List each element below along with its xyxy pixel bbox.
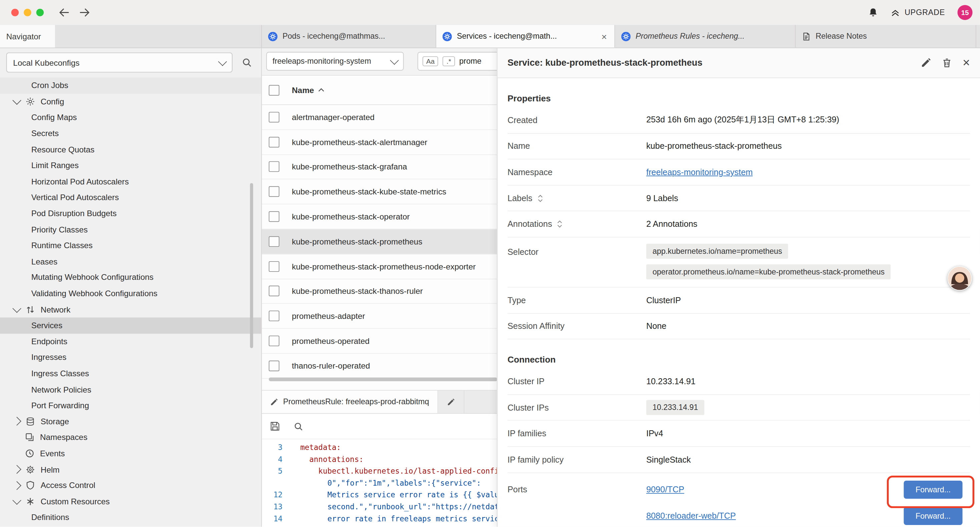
edit-pencil-icon — [447, 398, 455, 406]
title-bar: UPGRADE 15 — [0, 0, 980, 25]
sidebar-item-services[interactable]: Services — [0, 318, 261, 334]
service-name: alertmanager-operated — [292, 112, 375, 122]
sidebar-item-endpoints[interactable]: Endpoints — [0, 334, 261, 350]
sidebar-item-pod-disruption-budgets[interactable]: Pod Disruption Budgets — [0, 205, 261, 221]
type-row: Type ClusterIP — [508, 288, 970, 314]
chevron-down-icon — [12, 96, 21, 105]
namespace-link[interactable]: freeleaps-monitoring-system — [646, 167, 752, 177]
sidebar-item-mutating-webhook-configurations[interactable]: Mutating Webhook Configurations — [0, 269, 261, 285]
expand-toggle-icon[interactable] — [538, 194, 543, 202]
save-icon[interactable] — [270, 421, 280, 431]
navigator-panel-tab[interactable]: Navigator — [0, 25, 55, 47]
selector-badge[interactable]: operator.prometheus.io/name=kube-prometh… — [646, 264, 891, 280]
notifications-bell-icon[interactable] — [868, 7, 878, 18]
sidebar-item-storage[interactable]: Storage — [0, 413, 261, 429]
forward-button[interactable]: Forward... — [904, 481, 963, 498]
row-checkbox[interactable] — [269, 161, 280, 172]
close-tab-icon[interactable]: × — [600, 32, 608, 41]
kubeconfig-selector[interactable]: Local Kubeconfigs — [6, 53, 232, 72]
row-checkbox[interactable] — [269, 286, 280, 296]
sidebar-item-custom-resources[interactable]: Custom Resources — [0, 493, 261, 509]
forward-button[interactable]: Forward... — [904, 507, 963, 525]
sidebar-item-config[interactable]: Config — [0, 93, 261, 110]
row-checkbox[interactable] — [269, 137, 280, 147]
navigator-tree: Cron Jobs Config Config Maps Secrets Res… — [0, 77, 261, 527]
back-icon[interactable] — [59, 8, 69, 17]
sidebar-item-network[interactable]: Network — [0, 301, 261, 318]
sidebar-item-definitions[interactable]: Definitions — [0, 509, 261, 525]
upgrade-button[interactable]: UPGRADE — [891, 8, 945, 17]
editor-search-icon[interactable] — [294, 422, 303, 431]
sidebar-item-vertical-pod-autoscalers[interactable]: Vertical Pod Autoscalers — [0, 189, 261, 205]
horizontal-scrollbar[interactable] — [269, 377, 498, 381]
dock-tab-partial[interactable] — [438, 390, 465, 413]
row-checkbox[interactable] — [269, 211, 280, 222]
sidebar-search-icon[interactable] — [239, 54, 255, 71]
regex-toggle[interactable]: .* — [442, 56, 455, 66]
app-window: UPGRADE 15 Navigator Pods - icecheng@mat… — [0, 0, 980, 527]
sidebar-item-cron-jobs[interactable]: Cron Jobs — [0, 77, 261, 93]
tab-prometheus-rules[interactable]: Prometheus Rules - icecheng... — [615, 25, 795, 47]
close-drawer-icon[interactable]: × — [963, 56, 970, 69]
sidebar-item-events[interactable]: Events — [0, 445, 261, 461]
sidebar-item-limit-ranges[interactable]: Limit Ranges — [0, 158, 261, 174]
code-line: metadata: — [291, 442, 341, 454]
sidebar-item-validating-webhook-configurations[interactable]: Validating Webhook Configurations — [0, 285, 261, 301]
tab-argo[interactable]: Argo S — [976, 25, 980, 47]
sidebar-item-access-control[interactable]: Access Control — [0, 477, 261, 493]
select-all-checkbox[interactable] — [269, 85, 280, 96]
close-window-button[interactable] — [11, 9, 19, 16]
row-checkbox[interactable] — [269, 112, 280, 123]
edit-pencil-icon — [270, 398, 278, 406]
minimize-window-button[interactable] — [24, 9, 31, 16]
port-link-8080-reloader-web[interactable]: 8080:reloader-web/TCP — [646, 511, 736, 521]
ip-families-row: IP families IPv4 — [508, 421, 970, 447]
sidebar-item-leases[interactable]: Leases — [0, 253, 261, 269]
edit-pencil-icon[interactable] — [921, 57, 932, 68]
row-checkbox[interactable] — [269, 261, 280, 272]
code-line: Metrics service error rate is {{ $value — [291, 489, 503, 502]
service-name: kube-prometheus-stack-prometheus-node-ex… — [292, 261, 476, 271]
namespaces-icon — [25, 433, 34, 442]
name-column-header[interactable]: Name — [292, 85, 325, 95]
maximize-window-button[interactable] — [37, 9, 44, 16]
storage-database-icon — [26, 417, 35, 426]
navigator-sidebar: Local Kubeconfigs Cron Jobs Config Confi… — [0, 47, 262, 527]
sidebar-item-ingresses[interactable]: Ingresses — [0, 350, 261, 366]
sidebar-item-resource-quotas[interactable]: Resource Quotas — [0, 142, 261, 158]
tab-release-notes[interactable]: Release Notes — [795, 25, 976, 47]
sidebar-item-helm[interactable]: Helm — [0, 461, 261, 477]
tab-pods[interactable]: Pods - icecheng@mathmas... — [262, 25, 436, 47]
sidebar-item-network-policies[interactable]: Network Policies — [0, 381, 261, 397]
sidebar-item-port-forwarding[interactable]: Port Forwarding — [0, 397, 261, 413]
selector-badge[interactable]: app.kubernetes.io/name=prometheus — [646, 244, 788, 259]
cluster-ip-badge[interactable]: 10.233.14.91 — [646, 400, 704, 415]
delete-trash-icon[interactable] — [942, 57, 952, 68]
sidebar-item-priority-classes[interactable]: Priority Classes — [0, 221, 261, 237]
row-checkbox[interactable] — [269, 236, 280, 247]
row-checkbox[interactable] — [269, 186, 280, 197]
sidebar-item-secrets[interactable]: Secrets — [0, 126, 261, 142]
sidebar-item-runtime-classes[interactable]: Runtime Classes — [0, 237, 261, 253]
sidebar-item-config-maps[interactable]: Config Maps — [0, 110, 261, 126]
tab-services-active[interactable]: Services - icecheng@math... × — [436, 25, 615, 47]
sidebar-item-ingress-classes[interactable]: Ingress Classes — [0, 366, 261, 382]
notification-count-badge[interactable]: 15 — [958, 5, 973, 20]
expand-toggle-icon[interactable] — [557, 220, 563, 228]
sidebar-scrollbar[interactable] — [250, 183, 253, 348]
sidebar-item-horizontal-pod-autoscalers[interactable]: Horizontal Pod Autoscalers — [0, 174, 261, 189]
port-link-9090[interactable]: 9090/TCP — [646, 485, 684, 494]
user-avatar[interactable] — [948, 266, 972, 291]
row-checkbox[interactable] — [269, 336, 280, 346]
name-row: Name kube-prometheus-stack-prometheus — [508, 134, 970, 159]
match-case-toggle[interactable]: Aa — [423, 56, 439, 66]
row-checkbox[interactable] — [269, 311, 280, 322]
dock-tab-prometheusrule[interactable]: PrometheusRule: freeleaps-prod-rabbitmq — [261, 390, 438, 413]
namespace-filter-select[interactable]: freeleaps-monitoring-system — [266, 52, 404, 71]
chevron-right-icon — [12, 417, 21, 426]
sidebar-item-namespaces[interactable]: Namespaces — [0, 429, 261, 445]
code-line: annotations: — [291, 454, 364, 466]
row-checkbox[interactable] — [269, 361, 280, 371]
kubernetes-icon — [442, 32, 452, 41]
forward-icon[interactable] — [80, 8, 90, 17]
